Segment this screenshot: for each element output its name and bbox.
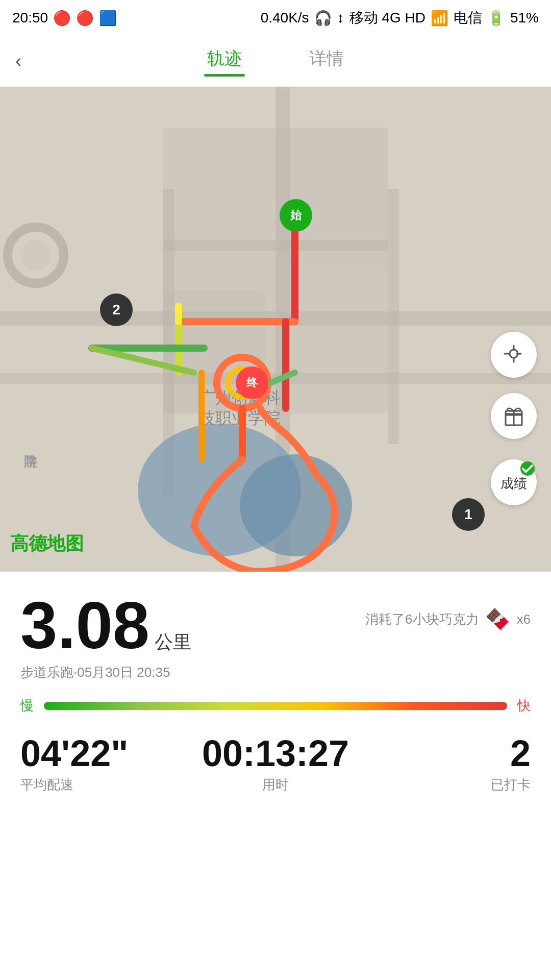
stats-area: 3.08 公里 消耗了6小块巧克力 🍫 x6 步道乐跑·05月30日 20:35… bbox=[0, 572, 551, 824]
gift-button[interactable] bbox=[491, 393, 537, 439]
map-attribution: 高德地图 bbox=[10, 531, 84, 556]
speed-bar-row: 慢 快 bbox=[20, 697, 531, 715]
header: ‹ 轨迹 详情 bbox=[0, 36, 551, 87]
duration-value: 00:13:27 bbox=[190, 735, 360, 772]
app-icon1: 🔴 bbox=[76, 10, 94, 27]
carrier-label: 电信 bbox=[454, 8, 482, 28]
network-label: 移动 4G HD bbox=[349, 8, 425, 28]
distance-value: 3.08 bbox=[20, 592, 149, 658]
status-right: 0.40K/s 🎧 ↕ 移动 4G HD 📶 电信 🔋 51% bbox=[261, 8, 539, 28]
location-button[interactable] bbox=[491, 332, 537, 378]
speed-slow-label: 慢 bbox=[20, 697, 34, 715]
distance-block: 3.08 公里 bbox=[20, 592, 191, 658]
status-bar: 20:50 🔴 🔴 🟦 0.40K/s 🎧 ↕ 移动 4G HD 📶 电信 🔋 … bbox=[0, 0, 551, 36]
svg-point-16 bbox=[20, 240, 51, 271]
duration-label: 用时 bbox=[190, 776, 360, 794]
fire-icon: 🔴 bbox=[53, 10, 71, 27]
stats-top: 3.08 公里 消耗了6小块巧克力 🍫 x6 bbox=[20, 592, 531, 658]
speed: 0.40K/s bbox=[261, 10, 309, 26]
carrier-signal-icon: 📶 bbox=[431, 10, 448, 27]
pace-stat: 04'22" 平均配速 bbox=[20, 735, 190, 794]
map-container: 广州创新科 技职业学院 学院路 bbox=[0, 87, 551, 572]
status-left: 20:50 🔴 🔴 🟦 bbox=[12, 10, 117, 27]
tab-detail[interactable]: 详情 bbox=[276, 47, 378, 76]
checkins-stat: 2 已打卡 bbox=[361, 735, 531, 794]
checkins-label: 已打卡 bbox=[361, 776, 531, 794]
app-icon2: 🟦 bbox=[99, 10, 117, 27]
battery-icon: 🔋 bbox=[487, 10, 505, 27]
score-check-icon bbox=[520, 461, 535, 476]
signal-icon: ↕ bbox=[337, 10, 344, 26]
end-marker: 终 bbox=[236, 366, 268, 399]
battery-label: 51% bbox=[510, 10, 539, 26]
chocolate-icon: 🍫 bbox=[485, 607, 511, 631]
pace-value: 04'22" bbox=[20, 735, 190, 772]
bottom-stats: 04'22" 平均配速 00:13:27 用时 2 已打卡 bbox=[20, 735, 531, 794]
back-button[interactable]: ‹ bbox=[15, 51, 21, 72]
tabs: 轨迹 详情 bbox=[0, 47, 551, 76]
tab-track[interactable]: 轨迹 bbox=[173, 47, 276, 76]
calorie-block: 消耗了6小块巧克力 🍫 x6 bbox=[365, 607, 531, 631]
waypoint-marker-1: 1 bbox=[452, 498, 485, 531]
score-button[interactable]: 成绩 bbox=[491, 459, 537, 505]
duration-stat: 00:13:27 用时 bbox=[190, 735, 360, 794]
calorie-count: x6 bbox=[517, 611, 531, 627]
checkins-value: 2 bbox=[361, 735, 531, 772]
speed-bar bbox=[44, 702, 507, 710]
start-marker: 始 bbox=[280, 199, 312, 232]
run-info: 步道乐跑·05月30日 20:35 bbox=[20, 664, 531, 681]
pace-label: 平均配速 bbox=[20, 776, 190, 794]
waypoint-marker-2: 2 bbox=[100, 293, 133, 326]
calorie-text: 消耗了6小块巧克力 bbox=[365, 610, 479, 628]
svg-rect-9 bbox=[388, 189, 399, 444]
headphone-icon: 🎧 bbox=[314, 10, 332, 27]
speed-fast-label: 快 bbox=[517, 697, 531, 715]
time: 20:50 bbox=[12, 10, 48, 26]
distance-unit: 公里 bbox=[155, 630, 191, 655]
